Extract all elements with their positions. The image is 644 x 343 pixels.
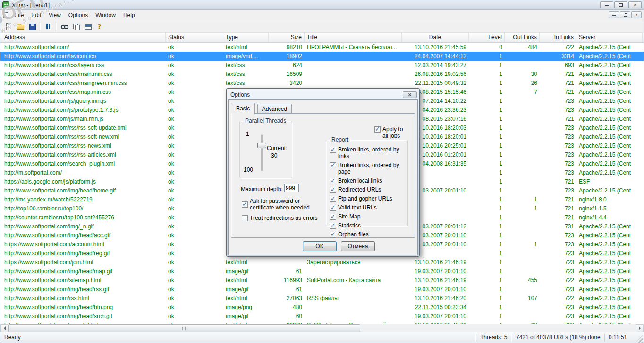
cell-status: ok xyxy=(166,312,223,321)
cell-status: ok xyxy=(166,142,223,151)
open-button[interactable] xyxy=(14,21,26,32)
table-row[interactable]: http://www.softportal.com/img/head/srch.… xyxy=(0,312,644,321)
column-header-type[interactable]: Type xyxy=(223,33,269,43)
cell-in_links: 723 xyxy=(540,168,576,177)
report-option-checkbox[interactable]: Broken local links xyxy=(330,177,407,184)
close-button[interactable]: × xyxy=(628,1,642,8)
resize-grip[interactable] xyxy=(636,335,643,343)
report-option-checkbox[interactable]: Statistics xyxy=(330,222,407,229)
table-row[interactable]: http://www.softportal.com/img/head/rss.g… xyxy=(0,285,644,294)
scroll-right-button[interactable] xyxy=(636,324,644,332)
cell-level: 1 xyxy=(469,168,505,177)
table-row[interactable]: https://www.softportal.com/join.htmlokte… xyxy=(0,258,644,267)
table-row[interactable]: http://www.softportal.com/css/layers.css… xyxy=(0,61,644,70)
cell-address: https://www.softportal.com/account.html xyxy=(0,240,166,249)
cell-out_links xyxy=(505,159,540,168)
list-header: AddressStatusTypeSizeTitleDateLevelOut L… xyxy=(0,33,644,43)
minimize-button[interactable] xyxy=(600,1,613,8)
table-row[interactable]: http://www.softportal.com/img/head/btn.p… xyxy=(0,303,644,312)
pause-icon xyxy=(44,23,52,30)
dialog-title-bar[interactable]: Options × xyxy=(228,90,418,99)
threads-slider-thumb[interactable] xyxy=(257,143,266,148)
cell-level: 1 xyxy=(469,151,505,159)
ok-button[interactable]: OK xyxy=(303,241,337,251)
report-option-checkbox[interactable]: Broken links, ordered by page xyxy=(330,162,407,175)
slider-max-label: 100 xyxy=(244,167,253,173)
maximum-depth-label: Maximum depth: xyxy=(241,186,283,192)
cell-out_links xyxy=(505,133,540,142)
cell-title xyxy=(305,285,402,294)
table-row[interactable]: http://www.softportal.com/oktext/html982… xyxy=(0,43,644,52)
mdi-minimize-button[interactable] xyxy=(609,11,619,18)
scrollbar-thumb[interactable] xyxy=(8,324,360,332)
table-row[interactable]: http://www.softportal.com/img/head/map.g… xyxy=(0,267,644,276)
menu-help[interactable]: Help xyxy=(119,10,139,20)
report-option-checkbox[interactable]: Redirected URLs xyxy=(330,186,407,193)
column-header-title[interactable]: Title xyxy=(305,33,402,43)
report-option-checkbox[interactable]: Orphan files xyxy=(330,231,407,238)
table-row[interactable]: http://www.softportal.com/rss.htmloktext… xyxy=(0,294,644,303)
find-button[interactable] xyxy=(58,21,70,32)
cell-address: http://top100.rambler.ru/top100/ xyxy=(0,204,166,213)
cell-level: 1 xyxy=(469,97,505,106)
maximum-depth-input[interactable] xyxy=(284,184,299,192)
column-header-level[interactable]: Level xyxy=(469,33,505,43)
column-header-in_links[interactable]: In Links xyxy=(540,33,576,43)
column-header-out_links[interactable]: Out Links xyxy=(505,33,540,43)
report-option-checkbox[interactable]: Broken links, ordered by links xyxy=(330,146,407,159)
parallel-threads-group: Parallel Threads 1 Current: 30 100 xyxy=(239,121,292,178)
cancel-button[interactable]: Отмена xyxy=(341,241,375,251)
checkbox-box xyxy=(242,215,248,221)
cell-address: http://www.softportal.com/css/maingreen.… xyxy=(0,79,166,88)
column-header-status[interactable]: Status xyxy=(166,33,223,43)
mdi-document-icon[interactable] xyxy=(2,12,9,18)
checkbox-label: Valid text URLs xyxy=(338,204,377,211)
table-row[interactable]: http://www.softportal.com/css/main.min.c… xyxy=(0,70,644,79)
copy-button[interactable] xyxy=(70,21,82,32)
dialog-close-button[interactable]: × xyxy=(403,91,417,98)
pause-button[interactable] xyxy=(42,21,54,32)
apply-to-all-jobs-checkbox[interactable]: Apply to all jobs xyxy=(374,126,408,139)
mdi-close-button[interactable]: × xyxy=(631,11,642,18)
column-header-address[interactable]: Address xyxy=(0,33,166,43)
table-row[interactable]: http://www.softportal.com/css/maingreen.… xyxy=(0,79,644,88)
threads-slider[interactable] xyxy=(261,134,263,171)
cell-server: Apache/2.2.15 (Cent xyxy=(576,61,643,70)
report-option-checkbox[interactable]: Valid text URLs xyxy=(330,204,407,211)
horizontal-scrollbar[interactable] xyxy=(0,324,644,332)
menu-view[interactable]: View xyxy=(45,10,65,20)
treat-redirections-checkbox[interactable]: Treat redirections as errors xyxy=(242,215,318,221)
help-button[interactable] xyxy=(93,21,105,32)
cell-out_links: 1 xyxy=(505,240,540,249)
title-bar[interactable]: Xenu - [Xenu1] × xyxy=(0,0,644,10)
cell-status: ok xyxy=(166,294,223,303)
new-button[interactable] xyxy=(2,21,14,32)
table-row[interactable]: http://www.softportal.com/favicon.icooki… xyxy=(0,52,644,61)
tab-advanced[interactable]: Advanced xyxy=(257,104,292,114)
cell-title: ПРОГРАММЫ - Скачать бесплат... xyxy=(305,43,402,52)
tab-basic[interactable]: Basic xyxy=(231,103,255,114)
menu-file[interactable]: File xyxy=(11,10,27,20)
cell-type: text/html xyxy=(223,294,269,303)
scroll-left-button[interactable] xyxy=(0,324,8,332)
menu-edit[interactable]: Edit xyxy=(27,10,45,20)
status-threads: Threads: 5 xyxy=(476,334,512,342)
column-header-server[interactable]: Server xyxy=(576,33,643,43)
mdi-restore-button[interactable] xyxy=(620,11,630,18)
cell-in_links: 723 xyxy=(540,312,576,321)
cell-title xyxy=(305,61,402,70)
table-row[interactable]: http://www.softportal.com/sitemap.htmlok… xyxy=(0,276,644,285)
report-button[interactable] xyxy=(82,21,93,32)
minimize-icon xyxy=(612,15,616,16)
save-button[interactable] xyxy=(26,21,38,32)
menu-window[interactable]: Window xyxy=(92,10,119,20)
ask-password-checkbox[interactable]: Ask for password or certificate when nee… xyxy=(242,198,326,211)
menu-options[interactable]: Options xyxy=(65,10,92,20)
report-option-checkbox[interactable]: Site Map xyxy=(330,213,407,220)
cell-in_links: 723 xyxy=(540,133,576,142)
column-header-date[interactable]: Date xyxy=(402,33,469,43)
column-header-size[interactable]: Size xyxy=(269,33,305,43)
maximize-button[interactable] xyxy=(614,1,627,8)
report-option-checkbox[interactable]: Ftp and gopher URLs xyxy=(330,195,407,202)
cell-out_links xyxy=(505,222,540,231)
